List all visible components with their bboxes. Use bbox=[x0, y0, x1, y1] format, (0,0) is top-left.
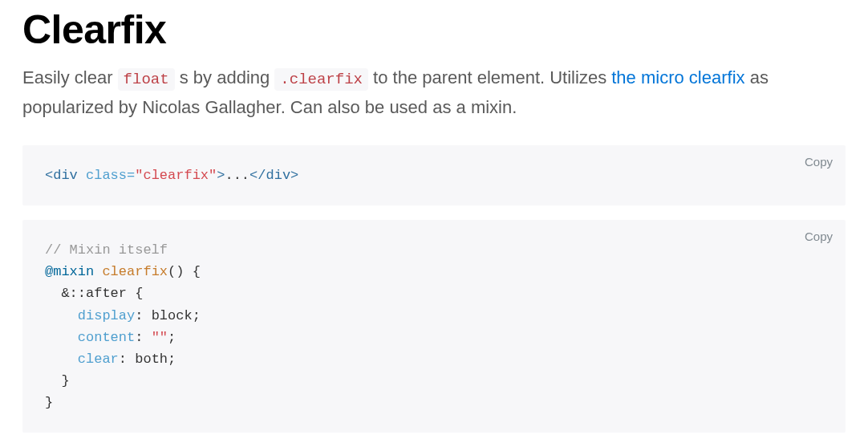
page-title: Clearfix bbox=[22, 6, 846, 53]
code-content: <div class="clearfix">...</div> bbox=[45, 165, 823, 186]
micro-clearfix-link[interactable]: the micro clearfix bbox=[611, 67, 744, 87]
code-token: ... bbox=[225, 168, 249, 183]
code-token: } bbox=[45, 373, 70, 388]
code-block-scss: Copy // Mixin itself @mixin clearfix() {… bbox=[22, 220, 846, 433]
code-token: clearfix bbox=[102, 264, 168, 279]
code-token: </div> bbox=[249, 168, 298, 183]
code-token: <div bbox=[45, 168, 78, 183]
code-token: // Mixin itself bbox=[45, 242, 168, 258]
code-token: "clearfix" bbox=[135, 168, 217, 183]
code-token: : bbox=[135, 330, 151, 345]
code-block-html: Copy <div class="clearfix">...</div> bbox=[22, 145, 846, 205]
lead-paragraph: Easily clear float s by adding .clearfix… bbox=[22, 63, 846, 123]
code-token: : both; bbox=[119, 352, 176, 367]
code-token: } bbox=[45, 395, 53, 410]
code-token: > bbox=[217, 168, 225, 183]
code-content: // Mixin itself @mixin clearfix() { &::a… bbox=[45, 239, 823, 414]
copy-button[interactable]: Copy bbox=[805, 155, 833, 169]
code-token: class= bbox=[86, 168, 135, 183]
code-token: "" bbox=[152, 330, 168, 345]
lead-text: to the parent element. Utilizes bbox=[368, 67, 611, 87]
code-token: { bbox=[184, 264, 200, 279]
lead-text: s by adding bbox=[175, 67, 275, 87]
code-token: : block; bbox=[135, 308, 201, 323]
code-token: clear bbox=[78, 352, 119, 367]
code-token: content bbox=[78, 330, 135, 345]
inline-code-float: float bbox=[118, 68, 175, 91]
copy-button[interactable]: Copy bbox=[805, 230, 833, 243]
code-token: &::after { bbox=[45, 286, 143, 301]
code-token: () bbox=[168, 264, 184, 279]
code-token: ; bbox=[168, 330, 176, 345]
code-token: display bbox=[78, 308, 135, 323]
code-token: @mixin bbox=[45, 264, 94, 279]
inline-code-clearfix: .clearfix bbox=[274, 68, 368, 91]
lead-text: Easily clear bbox=[22, 67, 118, 87]
